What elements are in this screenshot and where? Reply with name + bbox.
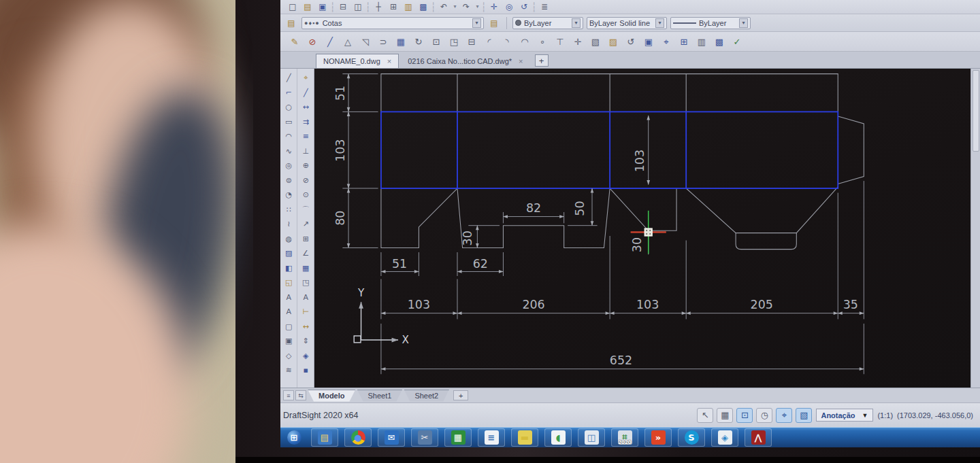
zoom-icon[interactable]: ◎: [502, 1, 516, 13]
freehand-icon[interactable]: ≀: [282, 217, 296, 232]
rows-icon[interactable]: ▥: [694, 35, 709, 48]
separator[interactable]: ┆: [366, 1, 370, 13]
etrack-status-icon[interactable]: ▧: [796, 408, 812, 423]
stretch-icon[interactable]: ∘: [535, 35, 550, 48]
close-tab-icon[interactable]: ×: [387, 57, 391, 65]
scale-icon[interactable]: ◹: [358, 35, 373, 48]
annotation-scale-icon[interactable]: ≣: [538, 1, 551, 13]
dimension-stretch-icon[interactable]: ↔: [299, 320, 313, 335]
diameter-dimension-icon[interactable]: ⊘: [299, 173, 313, 188]
inspect-dimension-icon[interactable]: ◈: [299, 349, 313, 364]
collapse-icon[interactable]: ≋: [282, 363, 296, 378]
sheet-nav-icon[interactable]: ⇆: [295, 390, 306, 400]
linetype-combobox[interactable]: ByLayer Solid line ▾: [587, 17, 667, 29]
open-file-icon[interactable]: ▤: [301, 1, 314, 13]
polyline-icon[interactable]: ⌐: [282, 86, 296, 101]
line-icon[interactable]: ╱: [282, 71, 296, 86]
start-button[interactable]: ⊞: [283, 428, 305, 447]
insert-block-icon[interactable]: ▩: [416, 1, 430, 13]
mirror-icon[interactable]: △: [340, 35, 355, 48]
separator[interactable]: ┆: [431, 1, 436, 13]
sheet-tab-sheet1[interactable]: Sheet1: [357, 390, 403, 402]
copy-icon[interactable]: ⊞: [387, 1, 400, 13]
grid-status-icon[interactable]: ▦: [717, 408, 733, 423]
hatch-icon[interactable]: ▨: [606, 35, 621, 48]
redo-menu-icon[interactable]: ▾: [474, 1, 480, 13]
extend-icon[interactable]: ◳: [446, 35, 461, 48]
pan-icon[interactable]: ✛: [487, 1, 501, 13]
arc-icon[interactable]: ◠: [282, 129, 296, 144]
annotation-scale-combobox[interactable]: Anotação ▼: [816, 409, 873, 422]
undo-mark-icon[interactable]: ↺: [623, 35, 638, 48]
edit-entity-icon[interactable]: ✎: [287, 35, 302, 48]
update-dimension-icon[interactable]: ▪: [299, 363, 313, 378]
app-window-taskbar-icon[interactable]: ◫: [578, 428, 605, 447]
layer-combobox[interactable]: ●♦▪● Cotas ▾: [301, 17, 484, 29]
drawing-canvas[interactable]: 51 103 80 82 50 30 51 62 103 103 206 103…: [314, 69, 970, 388]
baseline-dimension-icon[interactable]: ⇉: [299, 115, 313, 130]
doc-tab-noname[interactable]: NONAME_0.dwg ×: [316, 54, 399, 68]
skype-taskbar-icon[interactable]: S: [678, 428, 705, 447]
selected-panels[interactable]: [381, 112, 838, 188]
print-icon[interactable]: ⊟: [336, 1, 350, 13]
zoom-previous-icon[interactable]: ↺: [517, 1, 531, 13]
esnap-status-icon[interactable]: ⌖: [776, 408, 792, 423]
paste-icon[interactable]: ▥: [402, 1, 415, 13]
line-color-combobox[interactable]: ByLayer ▾: [512, 17, 583, 29]
writer-taskbar-icon[interactable]: ≡: [478, 428, 505, 447]
ordinate-dimension-icon[interactable]: ⊥: [299, 144, 313, 159]
linetype-dropdown-arrow[interactable]: ▾: [655, 18, 664, 28]
edit-dimension-icon[interactable]: ◳: [299, 275, 313, 290]
separator[interactable]: ┆: [482, 1, 486, 13]
note-block-icon[interactable]: ◧: [282, 261, 296, 276]
new-file-icon[interactable]: □: [286, 1, 299, 13]
edit-dimension-text-icon[interactable]: A: [299, 290, 313, 305]
separator[interactable]: ┆: [532, 1, 536, 13]
tangent-circle-icon[interactable]: ◎: [282, 158, 296, 173]
center-mark-icon[interactable]: ⌖: [659, 35, 674, 48]
image-attach-icon[interactable]: ◱: [282, 275, 296, 290]
cloud-icon[interactable]: ▢: [282, 320, 296, 335]
snipping-tool-taskbar-icon[interactable]: ✂: [411, 428, 438, 447]
text-note-icon[interactable]: A: [282, 290, 296, 305]
center-mark-tool-icon[interactable]: ⊙: [299, 188, 313, 203]
draftsight-taskbar-icon[interactable]: ⌗ 2020: [611, 428, 638, 447]
radius-dimension-icon[interactable]: ⊕: [299, 158, 313, 173]
sticky-notes-taskbar-icon[interactable]: ▬: [511, 428, 538, 447]
close-tab-icon[interactable]: ×: [519, 57, 523, 65]
acrobat-taskbar-icon[interactable]: ⋀: [745, 428, 772, 447]
sheet-tab-sheet2[interactable]: Sheet2: [404, 390, 449, 402]
color-dropdown-arrow[interactable]: ▾: [572, 18, 581, 28]
move-icon[interactable]: ┼: [372, 1, 385, 13]
table-icon[interactable]: ▩: [712, 35, 727, 48]
simple-note-icon[interactable]: A: [282, 305, 296, 320]
layers-manager-icon[interactable]: ▤: [284, 17, 298, 29]
circle-icon[interactable]: ○: [282, 100, 296, 115]
delete-icon[interactable]: ⊘: [305, 35, 320, 48]
pattern-icon[interactable]: ▦: [393, 35, 408, 48]
ellipse-arc-icon[interactable]: ◔: [282, 188, 296, 203]
annotation-dropdown-arrow[interactable]: ▼: [862, 412, 868, 419]
mail-taskbar-icon[interactable]: ✉: [378, 428, 405, 447]
dimension-scale-icon[interactable]: ⇕: [299, 334, 313, 349]
calc-taskbar-icon[interactable]: ▦: [444, 428, 472, 447]
leader-icon[interactable]: ↗: [299, 217, 313, 232]
anydesk-taskbar-icon[interactable]: »: [644, 428, 672, 447]
ellipse-icon[interactable]: ⊜: [282, 173, 296, 188]
polygon-icon[interactable]: ◇: [282, 349, 296, 364]
corel-taskbar-icon[interactable]: ◖: [544, 428, 572, 447]
hatch-edit-icon[interactable]: ▧: [588, 35, 603, 48]
hatch-fill-icon[interactable]: ▨: [282, 246, 296, 261]
dimension-style-icon[interactable]: ▦: [299, 261, 313, 276]
ordinate-datum-icon[interactable]: ⊢: [299, 305, 313, 320]
arc-blend-icon[interactable]: ◠: [517, 35, 532, 48]
offset-icon[interactable]: ⊃: [376, 35, 391, 48]
explorer-taskbar-icon[interactable]: ▤: [311, 428, 338, 447]
linear-dimension-icon[interactable]: ↔: [299, 100, 313, 115]
print-preview-icon[interactable]: ◫: [351, 1, 365, 13]
split-icon[interactable]: ⊟: [464, 35, 479, 48]
spline-icon[interactable]: ∿: [282, 144, 296, 159]
fillet-icon[interactable]: ◜: [482, 35, 497, 48]
scrollbar-thumb[interactable]: [973, 70, 979, 152]
undo-icon[interactable]: ↶: [437, 1, 451, 13]
